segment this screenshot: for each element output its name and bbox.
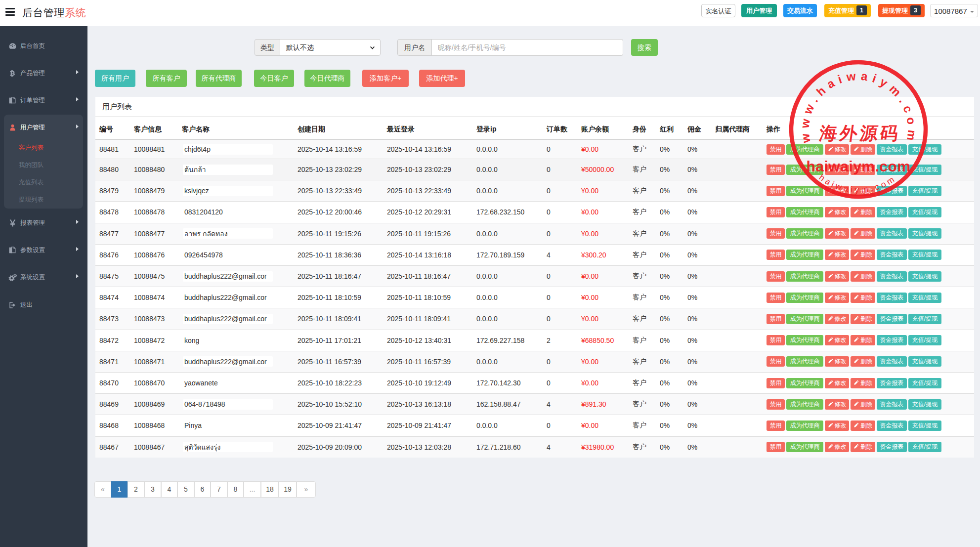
svg-text:haiwaiym.com: haiwaiym.com — [806, 158, 910, 174]
svg-text:海外源码: 海外源码 — [817, 124, 902, 143]
